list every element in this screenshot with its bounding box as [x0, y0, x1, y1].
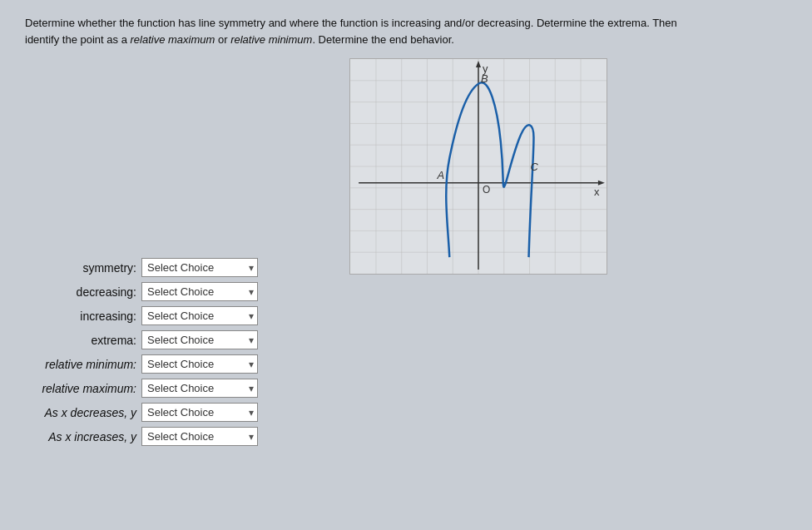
select-decreasing[interactable]: Select Choice: [141, 282, 258, 301]
select-wrapper-decreasing: Select Choice: [141, 282, 258, 301]
instruction-relative-minimum: relative minimum: [230, 33, 312, 46]
label-a: A: [436, 169, 444, 181]
select-as-x-increases[interactable]: Select Choice: [141, 427, 258, 446]
select-increasing[interactable]: Select Choice: [141, 306, 258, 325]
instruction-line2: identify the point as a relative maximum…: [25, 32, 787, 48]
instruction-line1: Determine whether the function has line …: [25, 15, 787, 32]
select-extrema[interactable]: Select Choice: [141, 330, 258, 349]
form-section: symmetry: Select Choice decreasing: Sele…: [25, 258, 258, 451]
instruction-relative-maximum: relative maximum: [130, 33, 215, 46]
select-relative-minimum[interactable]: Select Choice: [141, 354, 258, 374]
label-as-x-increases: As x increases, y: [25, 430, 141, 443]
select-wrapper-symmetry: Select Choice: [141, 258, 258, 277]
instructions: Determine whether the function has line …: [25, 15, 787, 47]
origin-label: O: [483, 184, 490, 196]
label-as-x-decreases: As x decreases, y: [25, 406, 141, 419]
label-relative-minimum-text: relative minimum:: [45, 358, 136, 371]
select-wrapper-increasing: Select Choice: [141, 306, 258, 325]
graph-container: x y O A B C: [349, 58, 607, 275]
instruction-text-or: or: [215, 33, 230, 46]
main-content: Determine whether the function has line …: [0, 0, 812, 62]
instruction-text-identify: identify the point as a: [25, 33, 130, 46]
select-wrapper-extrema: Select Choice: [141, 330, 258, 349]
label-symmetry: symmetry:: [25, 261, 141, 275]
label-relative-minimum: relative minimum:: [25, 358, 141, 371]
select-wrapper-relative-minimum: Select Choice: [141, 354, 258, 374]
label-b: B: [481, 72, 488, 85]
label-relative-maximum-text: relative maximum:: [42, 382, 136, 395]
label-as-x-decreases-text: As x decreases, y: [45, 406, 137, 419]
graph-svg: x y O A B C: [350, 59, 607, 274]
form-row-relative-maximum: relative maximum: Select Choice: [25, 379, 258, 398]
label-extrema: extrema:: [25, 334, 141, 347]
label-decreasing: decreasing:: [25, 285, 141, 299]
select-wrapper-as-x-increases: Select Choice: [141, 427, 258, 446]
select-wrapper-relative-maximum: Select Choice: [141, 379, 258, 398]
form-row-symmetry: symmetry: Select Choice: [25, 258, 258, 277]
select-wrapper-as-x-decreases: Select Choice: [141, 403, 258, 422]
form-row-extrema: extrema: Select Choice: [25, 330, 258, 349]
form-row-as-x-decreases: As x decreases, y Select Choice: [25, 403, 258, 422]
label-c: C: [531, 161, 539, 173]
form-row-as-x-increases: As x increases, y Select Choice: [25, 427, 258, 446]
form-row-relative-minimum: relative minimum: Select Choice: [25, 354, 258, 374]
select-relative-maximum[interactable]: Select Choice: [141, 379, 258, 398]
form-row-increasing: increasing: Select Choice: [25, 306, 258, 325]
label-increasing: increasing:: [25, 310, 141, 323]
x-axis-label: x: [594, 186, 600, 198]
form-row-decreasing: decreasing: Select Choice: [25, 282, 258, 301]
select-symmetry[interactable]: Select Choice: [141, 258, 258, 277]
instruction-text-end: . Determine the end behavior.: [312, 33, 454, 46]
select-as-x-decreases[interactable]: Select Choice: [141, 403, 258, 422]
label-as-x-increases-text: As x increases, y: [48, 430, 136, 443]
label-relative-maximum: relative maximum:: [25, 382, 141, 395]
